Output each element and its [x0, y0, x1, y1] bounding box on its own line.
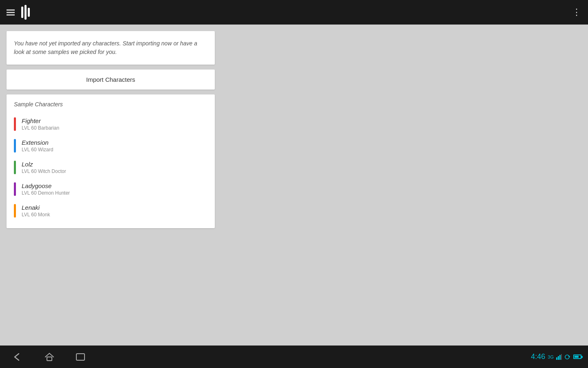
- import-characters-button[interactable]: Import Characters: [7, 70, 215, 90]
- top-bar-left: [7, 5, 30, 20]
- character-list: FighterLVL 60 BarbarianExtensionLVL 60 W…: [14, 113, 207, 222]
- svg-rect-4: [559, 355, 561, 360]
- character-list-item[interactable]: FighterLVL 60 Barbarian: [14, 113, 207, 135]
- character-info: LolzLVL 60 Witch Doctor: [22, 161, 66, 174]
- character-list-item[interactable]: LenakiLVL 60 Monk: [14, 200, 207, 222]
- signal-bars-icon: [556, 354, 562, 360]
- character-name: Lolz: [22, 161, 66, 168]
- character-info: LadygooseLVL 60 Demon Hunter: [22, 182, 70, 196]
- character-color-bar: [14, 139, 16, 153]
- sample-card: Sample Characters FighterLVL 60 Barbaria…: [7, 94, 215, 228]
- svg-rect-1: [76, 354, 85, 360]
- character-list-item[interactable]: ExtensionLVL 60 Wizard: [14, 135, 207, 157]
- svg-rect-0: [47, 357, 52, 361]
- character-color-bar: [14, 117, 16, 131]
- character-detail: LVL 60 Witch Doctor: [22, 168, 66, 174]
- top-bar-right: ⋮: [572, 8, 581, 17]
- character-color-bar: [14, 182, 16, 196]
- sample-characters-title: Sample Characters: [14, 101, 207, 108]
- import-card: Import Characters: [7, 70, 215, 90]
- status-right: 4:46 3G: [531, 346, 581, 368]
- sync-icon: [564, 354, 570, 360]
- character-name: Fighter: [22, 117, 59, 124]
- svg-rect-2: [556, 357, 557, 360]
- clock-display: 4:46: [531, 352, 545, 361]
- character-name: Lenaki: [22, 204, 50, 211]
- character-info: ExtensionLVL 60 Wizard: [22, 139, 53, 153]
- signal-indicator: 3G: [548, 355, 554, 359]
- home-button[interactable]: [44, 352, 55, 362]
- main-content: You have not yet imported any characters…: [0, 25, 588, 346]
- character-color-bar: [14, 204, 16, 218]
- character-list-item[interactable]: LadygooseLVL 60 Demon Hunter: [14, 178, 207, 200]
- intro-text: You have not yet imported any characters…: [14, 39, 207, 56]
- back-button[interactable]: [12, 352, 24, 362]
- character-list-item[interactable]: LolzLVL 60 Witch Doctor: [14, 157, 207, 178]
- character-color-bar: [14, 161, 16, 174]
- hamburger-menu-icon[interactable]: [7, 9, 15, 16]
- bottom-navigation-bar: 4:46 3G: [0, 346, 588, 368]
- character-info: FighterLVL 60 Barbarian: [22, 117, 59, 131]
- recents-button[interactable]: [75, 352, 86, 361]
- intro-card: You have not yet imported any characters…: [7, 31, 215, 65]
- left-panel: You have not yet imported any characters…: [7, 31, 215, 228]
- character-detail: LVL 60 Barbarian: [22, 125, 59, 131]
- character-detail: LVL 60 Demon Hunter: [22, 190, 70, 196]
- app-logo: [21, 5, 30, 20]
- character-detail: LVL 60 Monk: [22, 212, 50, 218]
- top-bar: ⋮: [0, 0, 588, 25]
- character-name: Ladygoose: [22, 182, 70, 189]
- character-name: Extension: [22, 139, 53, 146]
- character-detail: LVL 60 Wizard: [22, 147, 53, 153]
- more-options-icon[interactable]: ⋮: [572, 8, 581, 17]
- character-info: LenakiLVL 60 Monk: [22, 204, 50, 218]
- svg-rect-5: [561, 354, 562, 360]
- svg-rect-3: [558, 356, 559, 360]
- battery-icon: [573, 355, 581, 359]
